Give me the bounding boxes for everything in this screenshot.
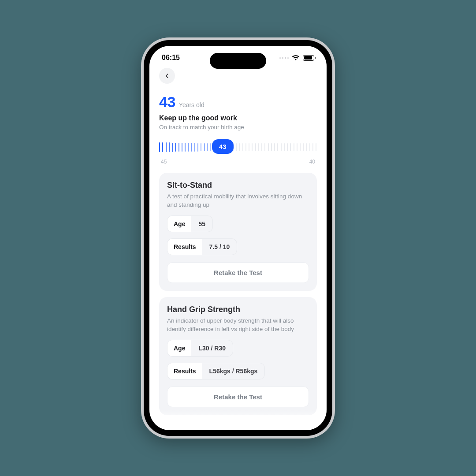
stat-label: Results (167, 239, 202, 255)
age-scale: 43 45 40 (159, 138, 317, 165)
retake-button[interactable]: Retake the Test (167, 262, 309, 283)
status-time: 06:15 (162, 54, 180, 62)
phone-bezel: 06:15 (144, 40, 332, 436)
stat-value: 55 (191, 216, 212, 232)
stat-value: L30 / R30 (191, 340, 232, 356)
scale-right-label: 40 (309, 159, 315, 165)
card-desc: A test of practical mobility that involv… (167, 193, 309, 209)
screen: 06:15 (149, 46, 327, 430)
wifi-icon (292, 55, 300, 61)
stat-label: Age (167, 216, 191, 232)
more-dots-icon (279, 57, 289, 59)
card-desc: An indicator of upper body strength that… (167, 317, 309, 334)
age-scale-marker: 43 (212, 139, 234, 154)
stat-label: Age (167, 340, 191, 356)
fitness-age-number: 43 (159, 93, 175, 111)
hero-section: 43 Years old Keep up the good work On tr… (159, 93, 317, 165)
retake-button[interactable]: Retake the Test (167, 387, 309, 407)
phone-frame: 06:15 (141, 37, 335, 439)
hero-subline: On track to match your birth age (159, 124, 317, 130)
page-content: 43 Years old Keep up the good work On tr… (149, 64, 327, 430)
stat-results: Results L56kgs / R56kgs (167, 363, 265, 379)
dynamic-island (210, 53, 266, 69)
chevron-left-icon (164, 73, 170, 79)
battery-icon (303, 55, 314, 61)
scale-left-label: 45 (161, 159, 167, 165)
stat-age: Age 55 (167, 216, 213, 232)
card-sit-to-stand: Sit-to-Stand A test of practical mobilit… (159, 173, 317, 291)
card-hand-grip: Hand Grip Strength An indicator of upper… (159, 297, 317, 415)
stat-age: Age L30 / R30 (167, 340, 233, 357)
stat-value: L56kgs / R56kgs (202, 363, 265, 379)
hero-headline: Keep up the good work (159, 114, 317, 122)
back-button[interactable] (159, 68, 175, 84)
fitness-age-label: Years old (179, 101, 205, 108)
status-indicators (279, 55, 314, 61)
stat-value: 7.5 / 10 (202, 239, 237, 255)
stat-results: Results 7.5 / 10 (167, 238, 237, 255)
card-title: Hand Grip Strength (167, 305, 309, 314)
card-title: Sit-to-Stand (167, 181, 309, 190)
stat-label: Results (167, 363, 202, 379)
